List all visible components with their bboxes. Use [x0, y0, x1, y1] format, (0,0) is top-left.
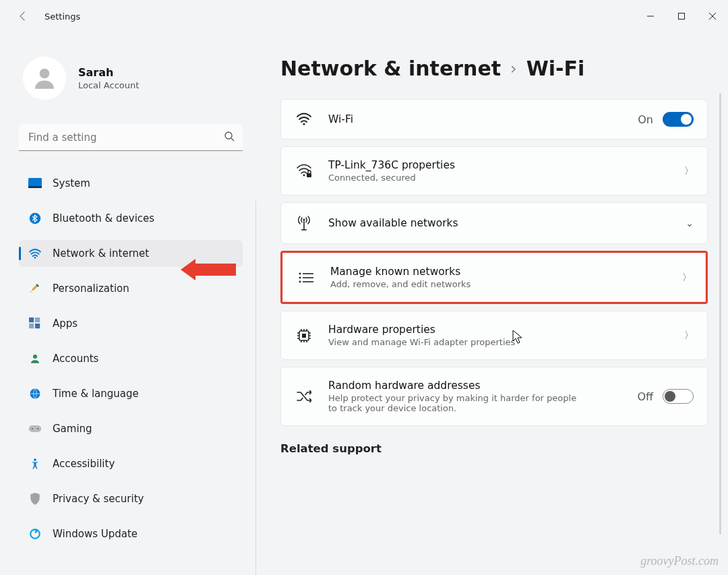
card-title: Manage known networks — [330, 266, 667, 278]
minimize-button[interactable] — [635, 5, 666, 27]
bluetooth-icon — [28, 212, 42, 225]
svg-rect-6 — [28, 186, 42, 188]
hardware-properties-card[interactable]: Hardware properties View and manage Wi-F… — [280, 311, 708, 360]
card-title: Show available networks — [328, 217, 671, 229]
window-title: Settings — [44, 11, 80, 22]
apps-icon — [28, 317, 42, 330]
user-profile[interactable]: Sarah Local Account — [19, 51, 243, 112]
avatar — [23, 57, 66, 100]
manage-known-networks-card[interactable]: Manage known networks Add, remove, and e… — [282, 253, 706, 302]
svg-point-20 — [303, 123, 305, 125]
svg-point-18 — [34, 458, 36, 461]
antenna-icon — [295, 215, 313, 231]
show-available-networks-card[interactable]: Show available networks ⌄ — [280, 202, 708, 244]
search-input[interactable] — [19, 124, 243, 151]
svg-point-23 — [303, 218, 305, 220]
svg-point-2 — [40, 69, 50, 79]
card-subtitle: Add, remove, and edit networks — [330, 279, 667, 289]
sidebar-item-label: Time & language — [53, 388, 139, 400]
sidebar-item-gaming[interactable]: Gaming — [19, 415, 243, 442]
chevron-right-icon: › — [510, 59, 517, 78]
sidebar-item-label: Network & internet — [53, 247, 149, 260]
svg-point-3 — [225, 132, 232, 139]
card-title: Wi-Fi — [328, 113, 623, 125]
paintbrush-icon — [28, 282, 42, 295]
sidebar-item-label: Windows Update — [53, 528, 138, 540]
sidebar-item-personalization[interactable]: Personalization — [19, 275, 243, 302]
sidebar-item-accounts[interactable]: Accounts — [19, 345, 243, 372]
svg-point-25 — [299, 276, 301, 278]
sidebar-item-apps[interactable]: Apps — [19, 310, 243, 337]
svg-rect-12 — [35, 324, 40, 328]
random-hw-state-label: Off — [637, 390, 653, 403]
wifi-icon — [28, 247, 42, 260]
svg-line-4 — [231, 138, 234, 141]
sidebar-item-label: Gaming — [53, 423, 92, 435]
sidebar-item-privacy[interactable]: Privacy & security — [19, 485, 243, 512]
card-subtitle: Help protect your privacy by making it h… — [328, 393, 584, 413]
wifi-state-label: On — [638, 113, 653, 126]
card-title: TP-Link_736C properties — [328, 159, 669, 171]
svg-point-26 — [299, 280, 301, 282]
svg-point-17 — [37, 428, 38, 429]
connection-properties-card[interactable]: TP-Link_736C properties Connected, secur… — [280, 146, 708, 195]
sidebar-item-windows-update[interactable]: Windows Update — [19, 520, 243, 547]
wifi-secured-icon — [295, 164, 313, 179]
sidebar: Sarah Local Account System Bluetooth & d… — [0, 32, 256, 575]
svg-point-13 — [33, 355, 37, 359]
breadcrumb-current: Wi-Fi — [526, 57, 585, 80]
wifi-toggle[interactable] — [663, 112, 694, 127]
svg-point-24 — [299, 272, 301, 274]
chevron-right-icon: 〉 — [684, 330, 694, 342]
search-icon — [224, 131, 235, 144]
sidebar-item-label: Accounts — [53, 353, 98, 365]
accessibility-icon — [28, 457, 42, 471]
user-subtitle: Local Account — [78, 80, 139, 90]
sidebar-item-label: Bluetooth & devices — [53, 212, 154, 224]
sidebar-item-time-language[interactable]: Time & language — [19, 380, 243, 407]
svg-point-21 — [303, 174, 305, 176]
random-hardware-addresses-card[interactable]: Random hardware addresses Help protect y… — [280, 367, 708, 426]
wifi-toggle-card[interactable]: Wi-Fi On — [280, 99, 708, 140]
chevron-right-icon: 〉 — [682, 272, 692, 284]
maximize-button[interactable] — [666, 5, 697, 27]
sidebar-item-network[interactable]: Network & internet — [19, 240, 243, 267]
list-icon — [297, 272, 315, 283]
svg-rect-15 — [29, 425, 41, 432]
svg-rect-9 — [29, 317, 34, 322]
random-hw-toggle[interactable] — [663, 389, 694, 404]
close-button[interactable] — [697, 5, 728, 27]
sidebar-item-label: Apps — [53, 317, 78, 330]
sidebar-item-bluetooth[interactable]: Bluetooth & devices — [19, 205, 243, 232]
shuffle-icon — [295, 390, 313, 402]
sidebar-item-label: Accessibility — [53, 458, 115, 470]
shield-icon — [28, 492, 42, 506]
sidebar-item-system[interactable]: System — [19, 170, 243, 197]
chevron-right-icon: 〉 — [684, 165, 694, 177]
svg-rect-5 — [28, 178, 42, 187]
globe-clock-icon — [28, 387, 42, 400]
card-title: Random hardware addresses — [328, 380, 622, 392]
svg-rect-1 — [679, 13, 685, 20]
update-icon — [28, 527, 42, 541]
sidebar-item-label: Personalization — [53, 282, 129, 295]
card-subtitle: View and manage Wi-Fi adapter properties — [328, 337, 669, 347]
main-content: Network & internet › Wi-Fi Wi-Fi On TP-L… — [256, 32, 728, 575]
breadcrumb-parent[interactable]: Network & internet — [280, 57, 501, 80]
display-icon — [28, 177, 42, 190]
sidebar-item-label: Privacy & security — [53, 493, 144, 505]
sidebar-item-label: System — [53, 177, 90, 189]
svg-rect-10 — [35, 317, 40, 322]
scrollbar[interactable] — [719, 93, 721, 535]
gamepad-icon — [28, 422, 42, 435]
chip-icon — [295, 328, 313, 343]
chevron-down-icon: ⌄ — [686, 218, 694, 229]
svg-rect-31 — [302, 334, 306, 338]
watermark: groovyPost.com — [640, 554, 719, 568]
breadcrumb: Network & internet › Wi-Fi — [280, 57, 708, 80]
nav-list: System Bluetooth & devices Network & int… — [19, 170, 243, 575]
sidebar-item-accessibility[interactable]: Accessibility — [19, 450, 243, 477]
back-button[interactable] — [13, 7, 32, 26]
search-box[interactable] — [19, 124, 243, 151]
title-bar: Settings — [0, 0, 728, 32]
